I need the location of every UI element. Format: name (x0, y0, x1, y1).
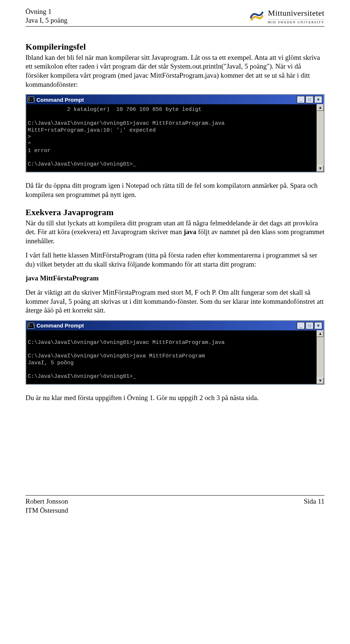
scroll-down-icon[interactable]: ▼ (317, 165, 324, 172)
scroll-up-icon[interactable]: ▲ (317, 104, 324, 111)
scroll-down-icon[interactable]: ▼ (317, 377, 324, 384)
terminal-output: 2 katalog(er) 10 706 169 856 byte ledigt… (26, 104, 316, 172)
window-title: Command Prompt (36, 322, 84, 329)
logo-emblem-icon (249, 9, 264, 24)
system-menu-icon[interactable]: C:\ (28, 323, 34, 329)
page-footer: Robert Jonsson ITM Östersund Sida 11 (26, 495, 324, 515)
paragraph-exec-intro: När du till slut lyckats att kompilera d… (26, 219, 324, 246)
close-button[interactable]: × (314, 322, 322, 329)
header-line-2: Java I, 5 poäng (26, 16, 67, 25)
titlebar: C:\ Command Prompt _ □ × (26, 95, 324, 104)
command-prompt-window-2: C:\ Command Prompt _ □ × C:\Java\JavaI\ö… (26, 320, 324, 385)
scroll-track[interactable] (317, 111, 324, 165)
window-title: Command Prompt (36, 96, 84, 104)
command-line-text: java MittFörstaProgram (26, 274, 324, 283)
university-logo: Mittuniversitetet MID SWEDEN UNIVERSITY (249, 9, 324, 24)
scrollbar[interactable]: ▲ ▼ (316, 330, 324, 384)
header-line-1: Övning 1 (26, 7, 67, 16)
logo-subtitle: MID SWEDEN UNIVERSITY (268, 19, 325, 25)
heading-exekvera: Exekvera Javaprogram (26, 207, 324, 218)
maximize-button[interactable]: □ (306, 322, 314, 329)
minimize-button[interactable]: _ (297, 322, 305, 329)
titlebar: C:\ Command Prompt _ □ × (26, 321, 324, 330)
heading-kompileringsfel: Kompileringsfel (26, 41, 324, 53)
footer-author: Robert Jonsson (26, 497, 68, 506)
paragraph-done: Du är nu klar med första uppgiften i Övn… (26, 393, 324, 403)
footer-dept: ITM Östersund (26, 506, 68, 515)
paragraph-intro: Ibland kan det bli fel när man kompilera… (26, 53, 324, 89)
command-prompt-window-1: C:\ Command Prompt _ □ × 2 katalog(er) 1… (26, 94, 324, 172)
terminal-output: C:\Java\JavaI\övningar\övning01>javac Mi… (26, 330, 316, 384)
logo-name: Mittuniversitetet (268, 8, 324, 18)
footer-page-number: Sida 11 (304, 497, 324, 515)
maximize-button[interactable]: □ (306, 96, 314, 103)
scrollbar[interactable]: ▲ ▼ (316, 104, 324, 172)
close-button[interactable]: × (314, 96, 322, 103)
paragraph-case-note: Det är viktigt att du skriver MittFörsta… (26, 288, 324, 315)
scroll-track[interactable] (317, 337, 324, 377)
text-java-bold: java (184, 228, 197, 236)
paragraph-classname: I vårt fall hette klassen MittFörstaProg… (26, 251, 324, 269)
system-menu-icon[interactable]: C:\ (28, 97, 34, 102)
page-header: Övning 1 Java I, 5 poäng Mittuniversitet… (26, 7, 324, 27)
paragraph-fix: Då får du öppna ditt program igen i Note… (26, 181, 324, 199)
minimize-button[interactable]: _ (297, 96, 305, 103)
scroll-up-icon[interactable]: ▲ (317, 330, 324, 337)
